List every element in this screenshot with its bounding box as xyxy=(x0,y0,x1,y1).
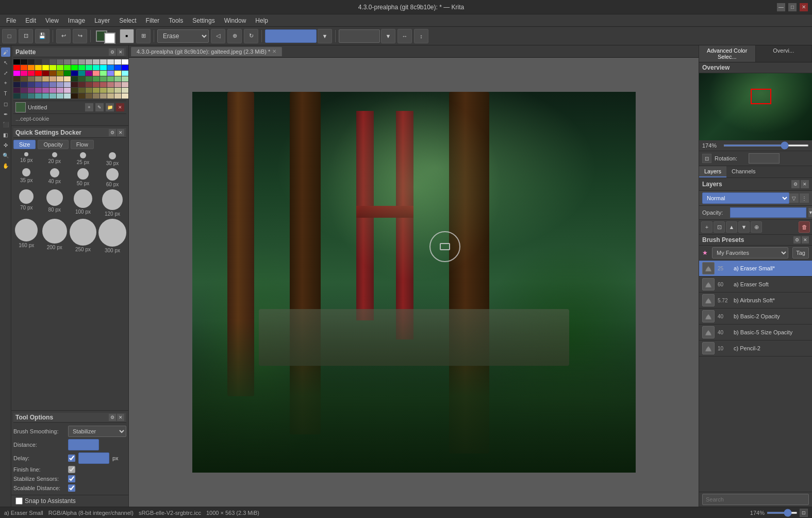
menu-item-select[interactable]: Select xyxy=(115,16,140,25)
zoom-fit-btn[interactable]: ⊡ xyxy=(800,509,808,517)
erase-mode-dropdown[interactable]: Erase xyxy=(157,29,209,43)
color-cell[interactable] xyxy=(49,93,56,99)
color-cell[interactable] xyxy=(78,59,85,64)
color-cell[interactable] xyxy=(49,82,56,87)
color-cell[interactable] xyxy=(78,76,85,82)
brush-preset-item[interactable]: 5.72b) Airbrush Soft* xyxy=(699,293,812,309)
color-cell[interactable] xyxy=(86,82,92,87)
brush-size-item[interactable]: 250 px xyxy=(70,219,96,253)
color-cell[interactable] xyxy=(71,65,78,70)
save-button[interactable]: 💾 xyxy=(35,29,49,43)
open-button[interactable]: ⊡ xyxy=(19,29,33,43)
color-cell[interactable] xyxy=(114,82,121,87)
canvas-viewport[interactable] xyxy=(129,58,699,507)
color-cell[interactable] xyxy=(13,65,20,70)
color-cell[interactable] xyxy=(42,59,49,64)
color-cell[interactable] xyxy=(93,82,100,87)
snap-checkbox[interactable] xyxy=(15,497,23,505)
color-cell[interactable] xyxy=(86,65,92,70)
color-cell[interactable] xyxy=(13,82,20,87)
color-cell[interactable] xyxy=(42,76,49,82)
color-cell[interactable] xyxy=(78,88,85,93)
brush-size-item[interactable]: 50 px xyxy=(70,168,96,187)
color-cell[interactable] xyxy=(86,88,92,93)
color-cell[interactable] xyxy=(100,71,107,76)
color-cell[interactable] xyxy=(114,88,121,93)
color-cell[interactable] xyxy=(122,93,128,99)
blend-filter-btn[interactable]: ▽ xyxy=(789,193,799,203)
tool-pan[interactable]: ✋ xyxy=(1,161,10,170)
menu-item-layer[interactable]: Layer xyxy=(90,16,114,25)
brush-size-item[interactable]: 20 px xyxy=(42,152,68,166)
opacity-down[interactable]: ▼ xyxy=(318,29,332,43)
brush-preset-item[interactable]: 10c) Pencil-2 xyxy=(699,341,812,357)
color-cell[interactable] xyxy=(49,59,56,64)
color-cell[interactable] xyxy=(42,71,49,76)
color-cell[interactable] xyxy=(93,93,100,99)
color-cell[interactable] xyxy=(21,82,27,87)
color-cell[interactable] xyxy=(122,76,128,82)
tool-brush[interactable]: 🖌 xyxy=(1,47,10,57)
color-cell[interactable] xyxy=(107,82,114,87)
to-close-btn[interactable]: ✕ xyxy=(117,414,124,421)
duplicate-btn[interactable]: ⊕ xyxy=(751,221,762,233)
palette-settings-btn[interactable]: ⚙ xyxy=(109,48,116,56)
color-cell[interactable] xyxy=(35,93,42,99)
brush-size-item[interactable]: 100 px xyxy=(70,189,96,217)
edit-palette-btn[interactable]: ✎ xyxy=(95,103,104,111)
color-cell[interactable] xyxy=(122,88,128,93)
brush-size-item[interactable]: 30 px xyxy=(98,152,126,166)
brush-size-item[interactable]: 200 px xyxy=(42,219,68,253)
tab-opacity[interactable]: Opacity xyxy=(38,140,68,149)
color-cell[interactable] xyxy=(107,71,114,76)
color-cell[interactable] xyxy=(64,82,71,87)
tool-eraser[interactable]: ◻ xyxy=(1,99,10,108)
color-cell[interactable] xyxy=(57,65,63,70)
color-cell[interactable] xyxy=(28,71,35,76)
color-cell[interactable] xyxy=(86,71,92,76)
color-cell[interactable] xyxy=(122,71,128,76)
color-cell[interactable] xyxy=(57,59,63,64)
blend-mode-dropdown[interactable]: Normal xyxy=(702,192,789,204)
close-button[interactable]: ✕ xyxy=(800,3,808,11)
menu-item-settings[interactable]: Settings xyxy=(188,16,219,25)
color-cell[interactable] xyxy=(49,65,56,70)
color-cell[interactable] xyxy=(122,65,128,70)
menu-item-filter[interactable]: Filter xyxy=(142,16,164,25)
brush-preset-button[interactable]: ■ xyxy=(120,29,134,43)
layers-tab[interactable]: Layers xyxy=(699,166,726,177)
layers-settings-btn[interactable]: ⚙ xyxy=(791,180,800,188)
color-cell[interactable] xyxy=(49,88,56,93)
color-cell[interactable] xyxy=(93,65,100,70)
brush-size-item[interactable]: 35 px xyxy=(13,168,40,187)
color-cell[interactable] xyxy=(100,76,107,82)
brush-preset-item[interactable]: 40b) Basic-5 Size Opacity xyxy=(699,325,812,341)
stabilize-sensors-checkbox[interactable] xyxy=(68,475,75,482)
redo-button[interactable]: ↪ xyxy=(73,29,87,43)
color-cell[interactable] xyxy=(71,76,78,82)
color-cell[interactable] xyxy=(57,71,63,76)
bp-close-btn[interactable]: ✕ xyxy=(802,236,809,244)
color-cell[interactable] xyxy=(78,65,85,70)
color-cell[interactable] xyxy=(42,65,49,70)
tool-move[interactable]: ✜ xyxy=(1,140,10,150)
opacity-down-btn[interactable]: ▼ xyxy=(808,208,812,217)
tool-select[interactable]: ↖ xyxy=(1,58,10,67)
brush-size-item[interactable]: 120 px xyxy=(98,189,126,217)
color-cell[interactable] xyxy=(78,71,85,76)
grid-button[interactable]: ⊞ xyxy=(136,29,151,43)
color-cell[interactable] xyxy=(114,93,121,99)
color-cell[interactable] xyxy=(57,88,63,93)
color-cell[interactable] xyxy=(100,88,107,93)
color-cell[interactable] xyxy=(28,65,35,70)
color-cell[interactable] xyxy=(71,93,78,99)
size-down[interactable]: ▼ xyxy=(381,29,395,43)
color-cell[interactable] xyxy=(107,59,114,64)
brush-preset-item[interactable]: 40b) Basic-2 Opacity xyxy=(699,309,812,325)
color-cell[interactable] xyxy=(21,71,27,76)
brush-size-item[interactable]: 60 px xyxy=(98,168,126,187)
color-cell[interactable] xyxy=(93,59,100,64)
color-cell[interactable] xyxy=(13,88,20,93)
minimize-button[interactable]: — xyxy=(777,3,785,11)
color-cell[interactable] xyxy=(100,65,107,70)
